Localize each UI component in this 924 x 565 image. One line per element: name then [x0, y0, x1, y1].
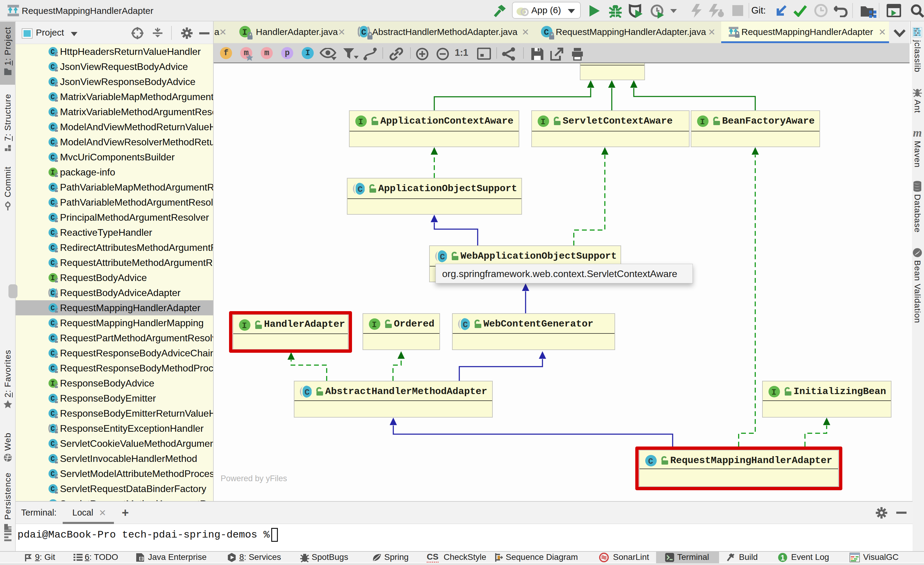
svg-text:C: C	[51, 365, 55, 373]
svg-text:C: C	[51, 440, 55, 448]
svg-text:C: C	[440, 252, 445, 262]
svg-text:C: C	[51, 350, 55, 358]
svg-text:C: C	[51, 154, 55, 162]
svg-text:C: C	[51, 335, 55, 343]
svg-text:C: C	[51, 425, 55, 433]
svg-text:I: I	[700, 117, 705, 127]
svg-text:C: C	[51, 289, 55, 297]
svg-text:C: C	[51, 63, 55, 71]
svg-text:C: C	[51, 48, 55, 56]
svg-text:C: C	[544, 28, 549, 37]
svg-text:C: C	[51, 123, 55, 131]
svg-text:C: C	[51, 214, 55, 222]
svg-text:C: C	[51, 395, 55, 403]
svg-text:C: C	[362, 28, 366, 37]
svg-text:C: C	[51, 455, 55, 463]
svg-text:C: C	[51, 259, 55, 267]
svg-text:I: I	[372, 320, 377, 329]
svg-text:C: C	[51, 184, 55, 192]
svg-text:C: C	[51, 244, 55, 252]
svg-text:C: C	[51, 93, 55, 101]
svg-text:C: C	[51, 78, 55, 86]
svg-text:C: C	[463, 320, 468, 329]
svg-text:C: C	[51, 229, 55, 237]
svg-text:I: I	[51, 380, 55, 388]
svg-text:I: I	[541, 117, 546, 127]
svg-text:C: C	[51, 470, 55, 478]
svg-text:C: C	[51, 485, 55, 493]
svg-text:I: I	[358, 117, 363, 127]
svg-text:I: I	[51, 274, 55, 282]
svg-text:C: C	[358, 185, 363, 194]
svg-text:C: C	[51, 410, 55, 418]
svg-text:C: C	[51, 108, 55, 116]
svg-text:I: I	[242, 28, 248, 37]
svg-text:1: 1	[780, 553, 785, 562]
svg-text:I: I	[51, 169, 55, 177]
svg-text:C: C	[51, 305, 55, 313]
svg-text:C: C	[51, 199, 55, 207]
svg-text:C: C	[51, 320, 55, 328]
svg-text:I: I	[771, 388, 777, 397]
svg-text:C: C	[51, 139, 55, 147]
svg-text:C: C	[304, 388, 310, 397]
